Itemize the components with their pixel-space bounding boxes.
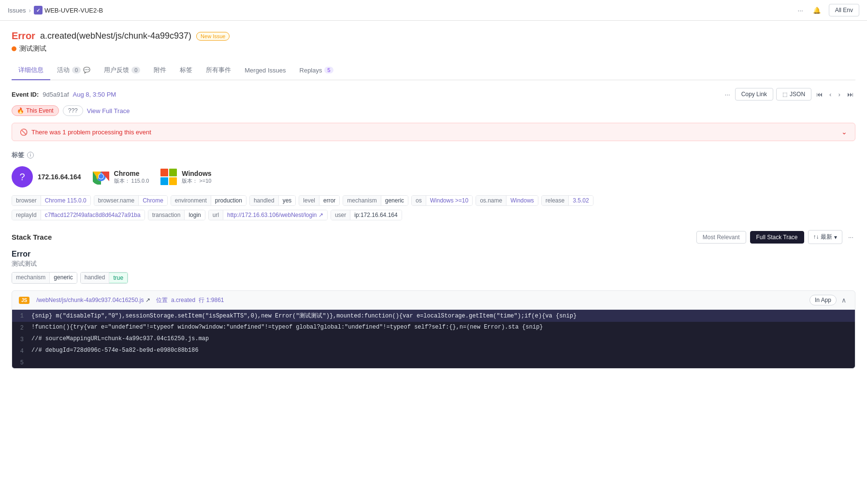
tab-replays[interactable]: Replays 5 bbox=[293, 62, 340, 80]
event-date[interactable]: Aug 8, 3:50 PM bbox=[73, 91, 116, 98]
ip-icon: ? bbox=[12, 166, 33, 187]
copy-link-button[interactable]: Copy Link bbox=[735, 88, 773, 101]
tags-icons: ? 172.16.64.164 Chrom bbox=[12, 166, 855, 187]
tag-chrome-item: Chrome 版本： 115.0.0 bbox=[93, 168, 149, 186]
warning-bar: 🚫 There was 1 problem processing this ev… bbox=[12, 123, 855, 141]
top-actions: ··· 🔔 All Env bbox=[796, 4, 859, 16]
tag-transaction[interactable]: transaction login bbox=[148, 210, 205, 220]
issue-function: a.created(webNest/js/chunk-4a99c937) bbox=[40, 31, 191, 41]
tab-feedback[interactable]: 用户反馈 0 bbox=[97, 61, 147, 80]
issue-subtitle: 测试测试 bbox=[12, 44, 855, 53]
code-line-5: 5 bbox=[12, 357, 855, 368]
prev-button[interactable]: ‹ bbox=[827, 89, 833, 100]
sort-button[interactable]: ↑↓ 最新 ▾ bbox=[808, 230, 842, 244]
code-line-3: 3 //# sourceMappingURL=chunk-4a99c937.04… bbox=[12, 333, 855, 345]
json-label: JSON bbox=[790, 91, 805, 98]
sort-label: ↑↓ 最新 bbox=[813, 233, 832, 241]
question-badge[interactable]: ??? bbox=[63, 105, 83, 116]
tag-replayid[interactable]: replayId c7ffacd1272f49afac8d8d64a27a91b… bbox=[12, 210, 145, 220]
error-block: Error 测试测试 mechanism generic handled tru… bbox=[12, 250, 855, 284]
breadcrumb-sep: › bbox=[29, 7, 31, 14]
tag-browser[interactable]: browser Chrome 115.0.0 bbox=[12, 195, 91, 206]
tag-level[interactable]: level error bbox=[299, 195, 340, 206]
tag-environment[interactable]: environment production bbox=[171, 195, 246, 206]
code-line-2: 2 !function(){try{var e="undefined"!=typ… bbox=[12, 322, 855, 333]
expand-button[interactable]: ∧ bbox=[839, 295, 848, 305]
tab-activity[interactable]: 活动 0 💬 bbox=[50, 61, 97, 80]
file-path-link[interactable]: /webNest/js/chunk-4a99c937.04c16250.js bbox=[36, 297, 144, 303]
more-options-button[interactable]: ··· bbox=[796, 5, 805, 16]
next-last-button[interactable]: ⏭ bbox=[845, 89, 855, 100]
tags-info-icon[interactable]: i bbox=[27, 152, 34, 158]
this-event-label: This Event bbox=[26, 107, 54, 114]
new-issue-badge: New Issue bbox=[196, 32, 230, 41]
event-id-right: ··· Copy Link ⬚ JSON ⏮ ‹ › ⏭ bbox=[723, 88, 855, 101]
etag-mechanism: mechanism generic bbox=[12, 272, 77, 284]
stack-trace-title: Stack Trace bbox=[12, 233, 52, 241]
view-full-trace-link[interactable]: View Full Trace bbox=[87, 107, 130, 115]
most-relevant-button[interactable]: Most Relevant bbox=[696, 231, 746, 244]
tag-release[interactable]: release 3.5.02 bbox=[541, 195, 593, 206]
sentry-badge: ✓ bbox=[34, 6, 43, 14]
event-id-label: Event ID: bbox=[12, 91, 39, 98]
warning-chevron-icon[interactable]: ⌄ bbox=[841, 128, 847, 136]
tag-url[interactable]: url http://172.16.63.106/webNest/login ↗ bbox=[208, 210, 328, 220]
chrome-name: Chrome bbox=[114, 170, 149, 177]
tab-attachments[interactable]: 附件 bbox=[147, 61, 173, 80]
full-stack-trace-button[interactable]: Full Stack Trace bbox=[750, 231, 804, 244]
etag-handled: handled true bbox=[80, 272, 128, 284]
chrome-icon bbox=[93, 168, 109, 186]
js-file-row: JS /webNest/js/chunk-4a99c937.04c16250.j… bbox=[12, 290, 855, 310]
windows-info: Windows 版本： >=10 bbox=[182, 170, 211, 185]
tab-merged[interactable]: Merged Issues bbox=[238, 62, 292, 80]
code-line-4: 4 //# debugId=728d096c-574e-5a82-be9d-e0… bbox=[12, 345, 855, 357]
code-line-1: 1 {snip} m("disableTip","0"),sessionStor… bbox=[12, 310, 855, 322]
event-id-value: 9d5a91af bbox=[43, 91, 69, 98]
stack-trace-section: Stack Trace Most Relevant Full Stack Tra… bbox=[12, 230, 855, 369]
replays-badge: 5 bbox=[324, 67, 333, 73]
tag-browser-name[interactable]: browser.name Chrome bbox=[94, 195, 168, 206]
activity-badge: 0 bbox=[72, 67, 81, 73]
tab-details[interactable]: 详细信息 bbox=[12, 61, 50, 80]
json-button[interactable]: ⬚ JSON bbox=[776, 88, 811, 101]
tag-mechanism[interactable]: mechanism generic bbox=[343, 195, 408, 206]
event-id-left: Event ID: 9d5a91af Aug 8, 3:50 PM bbox=[12, 91, 116, 98]
issue-title: Error a.created(webNest/js/chunk-4a99c93… bbox=[12, 30, 855, 42]
tag-windows-item: Windows 版本： >=10 bbox=[160, 169, 211, 185]
event-more-button[interactable]: ··· bbox=[723, 89, 732, 100]
file-path: /webNest/js/chunk-4a99c937.04c16250.js ↗ bbox=[36, 297, 150, 303]
stack-trace-header: Stack Trace Most Relevant Full Stack Tra… bbox=[12, 230, 855, 244]
fire-icon: 🔥 bbox=[17, 107, 24, 114]
event-badges: 🔥 This Event ??? View Full Trace bbox=[12, 105, 855, 116]
js-file-info: JS /webNest/js/chunk-4a99c937.04c16250.j… bbox=[19, 296, 224, 304]
tab-tags[interactable]: 标签 bbox=[173, 61, 199, 80]
stack-more-button[interactable]: ··· bbox=[846, 231, 855, 243]
stack-trace-controls: Most Relevant Full Stack Trace ↑↓ 最新 ▾ ·… bbox=[696, 230, 855, 244]
file-meta: 位置 a.created 行 1:9861 bbox=[156, 296, 224, 304]
warning-text: There was 1 problem processing this even… bbox=[31, 129, 151, 136]
issue-subtitle-text: 测试测试 bbox=[19, 44, 46, 53]
prev-first-button[interactable]: ⏮ bbox=[814, 89, 824, 100]
error-block-sub: 测试测试 bbox=[12, 259, 855, 268]
warning-bar-content: 🚫 There was 1 problem processing this ev… bbox=[20, 129, 151, 136]
notifications-button[interactable]: 🔔 bbox=[811, 5, 823, 16]
tag-os-name[interactable]: os.name Windows bbox=[476, 195, 538, 206]
tag-handled[interactable]: handled yes bbox=[249, 195, 296, 206]
tab-all-events[interactable]: 所有事件 bbox=[199, 61, 238, 80]
issue-header: Error a.created(webNest/js/chunk-4a99c93… bbox=[12, 30, 855, 53]
env-selector[interactable]: All Env bbox=[829, 4, 859, 16]
tag-ip-item: ? 172.16.64.164 bbox=[12, 166, 81, 187]
tag-os[interactable]: os Windows >=10 bbox=[411, 195, 473, 206]
next-button[interactable]: › bbox=[837, 89, 842, 100]
file-link-icon: ↗ bbox=[145, 297, 150, 303]
json-icon: ⬚ bbox=[782, 91, 787, 98]
top-bar: Issues › ✓ WEB-UVER-VUE2-B ··· 🔔 All Env bbox=[0, 0, 867, 21]
breadcrumb-issues[interactable]: Issues bbox=[8, 7, 26, 14]
ip-label: 172.16.64.164 bbox=[38, 173, 81, 181]
breadcrumb: Issues › ✓ WEB-UVER-VUE2-B bbox=[8, 6, 103, 14]
file-row-actions: In App ∧ bbox=[809, 295, 848, 305]
warning-icon: 🚫 bbox=[20, 129, 28, 136]
tags-list-2: replayId c7ffacd1272f49afac8d8d64a27a91b… bbox=[12, 210, 855, 220]
tag-user[interactable]: user ip:172.16.64.164 bbox=[331, 210, 402, 220]
os-version: 版本： >=10 bbox=[182, 177, 211, 185]
